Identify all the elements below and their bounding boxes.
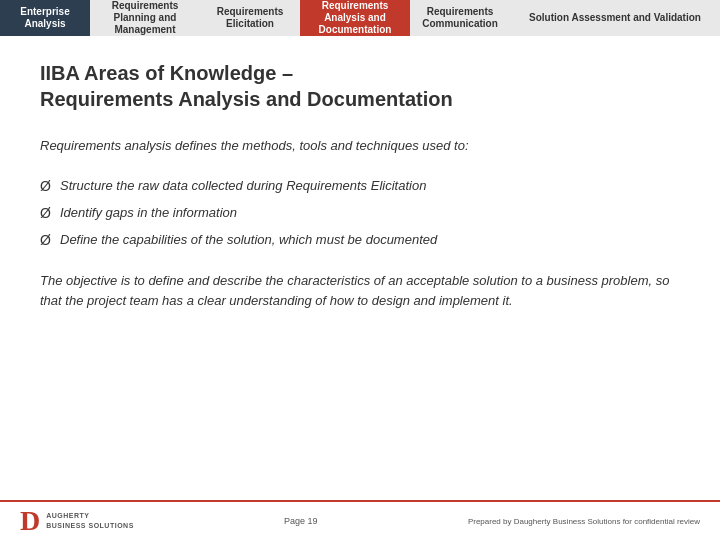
- list-item: Ø Structure the raw data collected durin…: [40, 176, 680, 197]
- nav-analysis-label: Requirements Analysis and Documentation: [308, 0, 402, 36]
- page-title-line2: Requirements Analysis and Documentation: [40, 88, 453, 110]
- company-logo: D AUGHERTY BUSINESS SOLUTIONS: [20, 507, 134, 535]
- bullet-text-2: Identify gaps in the information: [60, 203, 237, 223]
- intro-text: Requirements analysis defines the method…: [40, 136, 680, 156]
- footer: D AUGHERTY BUSINESS SOLUTIONS Page 19 Pr…: [0, 500, 720, 540]
- bullet-symbol-1: Ø: [40, 176, 60, 197]
- nav-planning[interactable]: Requirements Planning and Management: [90, 0, 200, 36]
- objective-text: The objective is to define and describe …: [40, 271, 680, 313]
- list-item: Ø Identify gaps in the information: [40, 203, 680, 224]
- nav-analysis[interactable]: Requirements Analysis and Documentation: [300, 0, 410, 36]
- prepared-by-text: Prepared by Daugherty Business Solutions…: [468, 517, 700, 526]
- logo-line1: AUGHERTY: [46, 511, 134, 521]
- logo-d-letter: D: [20, 507, 40, 535]
- page-number: Page 19: [284, 516, 318, 526]
- bullet-symbol-2: Ø: [40, 203, 60, 224]
- nav-enterprise-label: Enterprise Analysis: [8, 6, 82, 30]
- bullet-text-1: Structure the raw data collected during …: [60, 176, 426, 196]
- nav-elicitation-label: Requirements Elicitation: [208, 6, 292, 30]
- nav-solution-label: Solution Assessment and Validation: [529, 12, 701, 24]
- logo-line2: BUSINESS SOLUTIONS: [46, 521, 134, 531]
- page-title-line1: IIBA Areas of Knowledge –: [40, 62, 293, 84]
- logo-text-block: AUGHERTY BUSINESS SOLUTIONS: [46, 511, 134, 531]
- page-title: IIBA Areas of Knowledge – Requirements A…: [40, 60, 680, 112]
- nav-enterprise[interactable]: Enterprise Analysis: [0, 0, 90, 36]
- list-item: Ø Define the capabilities of the solutio…: [40, 230, 680, 251]
- bullet-list: Ø Structure the raw data collected durin…: [40, 176, 680, 251]
- nav-communication-label: Requirements Communication: [418, 6, 502, 30]
- bullet-text-3: Define the capabilities of the solution,…: [60, 230, 437, 250]
- bullet-symbol-3: Ø: [40, 230, 60, 251]
- nav-solution[interactable]: Solution Assessment and Validation: [510, 0, 720, 36]
- main-content: IIBA Areas of Knowledge – Requirements A…: [0, 36, 720, 500]
- top-navigation: Enterprise Analysis Requirements Plannin…: [0, 0, 720, 36]
- nav-communication[interactable]: Requirements Communication: [410, 0, 510, 36]
- nav-planning-label: Requirements Planning and Management: [98, 0, 192, 36]
- nav-elicitation[interactable]: Requirements Elicitation: [200, 0, 300, 36]
